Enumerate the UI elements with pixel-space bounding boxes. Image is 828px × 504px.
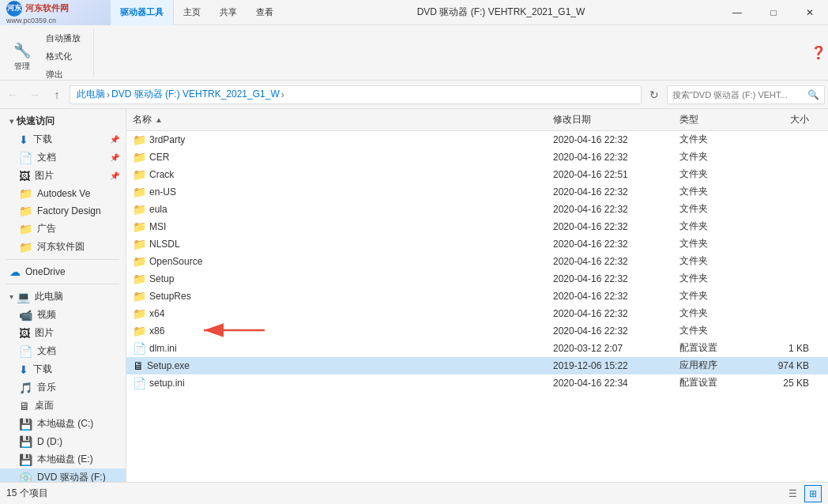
drive-e-icon: 💾 [19, 453, 32, 466]
file-date: 2020-04-16 22:32 [553, 239, 679, 250]
file-name: x86 [149, 325, 553, 337]
file-row[interactable]: 🖥 Setup.exe 2019-12-06 15:22 应用程序 974 KB [126, 357, 828, 374]
sidebar-this-pc[interactable]: ▾ 💻 此电脑 [0, 288, 126, 306]
file-row[interactable]: 📁 OpenSource 2020-04-16 22:32 文件夹 [126, 253, 828, 270]
sidebar-onedrive[interactable]: ☁ OneDrive [0, 263, 126, 280]
sidebar-separator-1 [6, 259, 119, 260]
file-type: 文件夹 [679, 167, 758, 181]
file-row[interactable]: 📁 eula 2020-04-16 22:32 文件夹 [126, 201, 828, 218]
file-name: OpenSource [149, 256, 553, 267]
file-row[interactable]: 📁 x86 2020-04-16 22:32 文件夹 [126, 322, 828, 340]
file-row[interactable]: 📄 dlm.ini 2020-03-12 2:07 配置设置 1 KB [126, 340, 828, 357]
site-url: www.pc0359.cn [6, 17, 56, 24]
file-name: CER [149, 152, 553, 163]
file-row[interactable]: 📁 Crack 2020-04-16 22:51 文件夹 [126, 166, 828, 183]
ribbon-tab-home[interactable]: 主页 [174, 0, 210, 25]
sidebar-item-ad[interactable]: 📁 广告 [0, 220, 126, 238]
folder-icon: 📁 [133, 290, 146, 303]
ribbon-tab-area: 驱动器工具 主页 共享 查看 [111, 0, 283, 25]
sidebar-item-docs[interactable]: 📄 文档 📌 [0, 149, 126, 167]
path-item-dvd: DVD 驱动器 (F:) VEHTRK_2021_G1_W [111, 88, 280, 101]
list-view-button[interactable]: ☰ [784, 485, 801, 502]
sidebar-drive-c[interactable]: 💾 本地磁盘 (C:) [0, 415, 126, 433]
file-type: 文件夹 [679, 150, 758, 164]
ribbon-tab-share[interactable]: 共享 [210, 0, 247, 25]
col-header-size[interactable]: 大小 [758, 113, 822, 126]
sidebar-drive-f[interactable]: 💿 DVD 驱动器 (F:) [0, 468, 126, 482]
sidebar-item-video[interactable]: 📹 视频 [0, 306, 126, 324]
up-button[interactable]: ↑ [47, 85, 66, 104]
maximize-button[interactable]: □ [755, 0, 792, 25]
search-box[interactable]: 🔍 [667, 85, 825, 104]
sidebar-item-music[interactable]: 🎵 音乐 [0, 378, 126, 397]
this-pc-arrow: ▾ [9, 292, 13, 301]
file-header: 名称 ▲ 修改日期 类型 大小 [126, 109, 828, 131]
minimize-button[interactable]: — [719, 0, 755, 25]
close-button[interactable]: ✕ [792, 0, 828, 25]
file-row[interactable]: 📁 CER 2020-04-16 22:32 文件夹 [126, 149, 828, 166]
col-date-label: 修改日期 [553, 114, 591, 125]
sidebar-drive-d[interactable]: 💾 D (D:) [0, 433, 126, 450]
sidebar-item-pictures2[interactable]: 🖼 图片 [0, 324, 126, 342]
folder-icon: 📁 [133, 203, 146, 216]
col-header-date[interactable]: 修改日期 [553, 113, 679, 126]
ribbon-manage-btn[interactable]: 🔧 管理 [6, 40, 38, 73]
address-path[interactable]: 此电脑 › DVD 驱动器 (F:) VEHTRK_2021_G1_W › [70, 85, 642, 104]
sidebar-quick-access[interactable]: ▾ 快速访问 [0, 112, 126, 130]
ribbon-btn-autoplay[interactable]: 自动播放 [40, 30, 87, 47]
folder-icon: 📁 [133, 220, 146, 233]
file-row[interactable]: 📁 MSI 2020-04-16 22:32 文件夹 [126, 218, 828, 235]
status-count: 15 个项目 [6, 487, 48, 500]
sidebar-item-pictures[interactable]: 🖼 图片 📌 [0, 167, 126, 185]
manage-label: 管理 [14, 61, 30, 72]
file-row[interactable]: 📁 Setup 2020-04-16 22:32 文件夹 [126, 270, 828, 288]
ribbon-tab-view[interactable]: 查看 [247, 0, 283, 25]
file-row[interactable]: 📁 en-US 2020-04-16 22:32 文件夹 [126, 183, 828, 201]
ribbon-btn-eject[interactable]: 弹出 [40, 66, 87, 83]
sidebar-pictures-label: 图片 [35, 169, 54, 182]
detail-view-button[interactable]: ⊞ [804, 485, 822, 502]
file-type: 文件夹 [679, 272, 758, 285]
tool-tab-label[interactable]: 驱动器工具 [111, 0, 174, 25]
col-header-name[interactable]: 名称 ▲ [133, 113, 553, 126]
folder-icon-ad: 📁 [19, 223, 32, 235]
file-size: 1 KB [758, 343, 822, 354]
file-row[interactable]: 📁 3rdParty 2020-04-16 22:32 文件夹 [126, 131, 828, 149]
file-row[interactable]: 📄 setup.ini 2020-04-16 22:34 配置设置 25 KB [126, 374, 828, 392]
file-type: 文件夹 [679, 289, 758, 303]
refresh-button[interactable]: ↻ [645, 85, 664, 104]
file-icon: 📄 [133, 342, 146, 355]
sort-arrow: ▲ [155, 115, 163, 124]
col-header-type[interactable]: 类型 [679, 113, 758, 126]
sidebar-item-download2[interactable]: ⬇ 下载 [0, 360, 126, 378]
file-name: x64 [149, 308, 553, 319]
sidebar-drive-d-label: D (D:) [37, 436, 62, 447]
sidebar-music-label: 音乐 [37, 381, 56, 394]
sidebar-drive-e[interactable]: 💾 本地磁盘 (E:) [0, 450, 126, 468]
ribbon-help-icon[interactable]: ❓ [809, 43, 828, 62]
sidebar-autodesk-label: Autodesk Ve [37, 188, 90, 199]
back-button[interactable]: ← [3, 85, 22, 104]
file-row[interactable]: 📁 x64 2020-04-16 22:32 文件夹 [126, 305, 828, 322]
sidebar-item-docs2[interactable]: 📄 文档 [0, 342, 126, 360]
folder-icon: 📁 [133, 151, 146, 164]
sidebar-pictures2-label: 图片 [35, 326, 54, 340]
sidebar-docs-label: 文档 [37, 151, 56, 164]
sidebar-item-download[interactable]: ⬇ 下载 📌 [0, 130, 126, 149]
window-title: DVD 驱动器 (F:) VEHTRK_2021_G1_W [283, 6, 719, 19]
forward-button[interactable]: → [25, 85, 44, 104]
pin-icon-pictures: 📌 [110, 171, 119, 180]
sidebar-item-hedong[interactable]: 📁 河东软件圆 [0, 238, 126, 256]
logo-area: 河东 河东软件网 www.pc0359.cn [0, 0, 111, 25]
ribbon-btn-format[interactable]: 格式化 [40, 48, 87, 65]
file-row[interactable]: 📁 SetupRes 2020-04-16 22:32 文件夹 [126, 288, 828, 305]
sidebar-item-factory[interactable]: 📁 Factory Design [0, 202, 126, 220]
sidebar-item-autodesk[interactable]: 📁 Autodesk Ve [0, 185, 126, 202]
search-input[interactable] [672, 90, 804, 100]
file-row[interactable]: 📁 NLSDL 2020-04-16 22:32 文件夹 [126, 235, 828, 253]
drive-c-icon: 💾 [19, 418, 32, 431]
ribbon-manage-buttons: 🔧 管理 自动播放 格式化 弹出 [6, 30, 87, 83]
file-type: 文件夹 [679, 237, 758, 250]
folder-icon: 📁 [133, 238, 146, 250]
sidebar-item-desktop[interactable]: 🖥 桌面 [0, 397, 126, 415]
